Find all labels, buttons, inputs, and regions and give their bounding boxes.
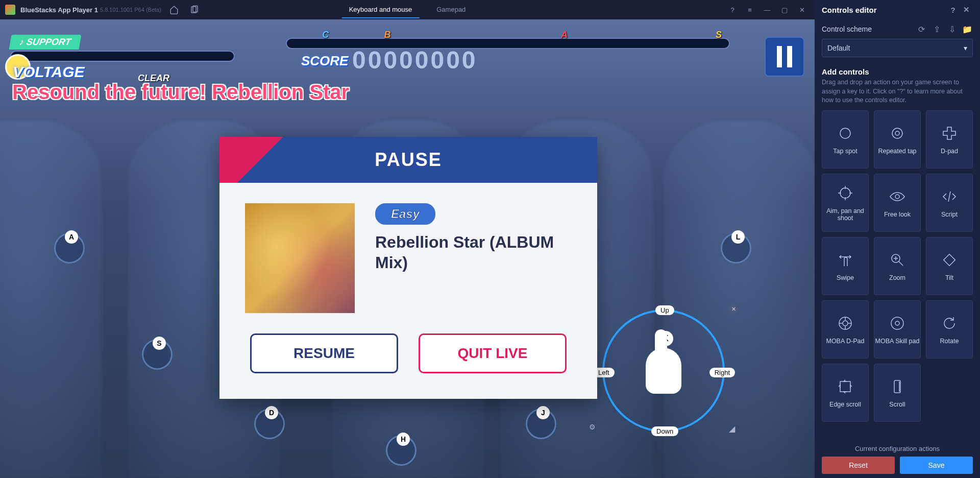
support-badge: ♪ SUPPORT bbox=[9, 35, 81, 50]
control-tilt[interactable]: Tilt bbox=[926, 237, 973, 295]
control-rotate[interactable]: Rotate bbox=[926, 300, 973, 358]
script-icon bbox=[940, 187, 959, 206]
close-button[interactable]: ✕ bbox=[794, 2, 810, 17]
control-label: Edge scroll bbox=[829, 401, 861, 408]
control-moba-skill-pad[interactable]: MOBA Skill pad bbox=[874, 300, 921, 358]
control-scroll[interactable]: Scroll bbox=[874, 364, 921, 422]
menu-icon[interactable]: ≡ bbox=[742, 2, 757, 17]
save-button[interactable]: Save bbox=[900, 457, 973, 474]
edge-scroll-icon bbox=[836, 377, 854, 396]
editor-title: Controls editor bbox=[822, 6, 877, 14]
tap-key-label: J bbox=[536, 406, 550, 419]
album-cover bbox=[245, 203, 355, 313]
tilt-icon bbox=[940, 251, 959, 269]
control-label: Scroll bbox=[889, 401, 905, 408]
control-label: Rotate bbox=[940, 338, 959, 345]
pause-button[interactable] bbox=[765, 37, 804, 77]
control-label: Swipe bbox=[837, 274, 854, 281]
add-controls-description: Drag and drop an action on your game scr… bbox=[815, 78, 980, 110]
rank-s-marker: S bbox=[716, 30, 722, 40]
control-free-look[interactable]: Free look bbox=[874, 174, 921, 232]
app-title: BlueStacks App Player 1 bbox=[20, 6, 98, 14]
swipe-icon bbox=[836, 251, 854, 269]
control-moba-dpad[interactable]: MOBA D-Pad bbox=[822, 300, 869, 358]
svg-line-14 bbox=[899, 261, 903, 266]
tap-key-label: H bbox=[397, 433, 410, 446]
character-art bbox=[0, 121, 102, 478]
scheme-select[interactable]: Default ▾ bbox=[822, 39, 973, 57]
voltage-label: VOLTAGE bbox=[13, 63, 85, 81]
scheme-open-folder-icon[interactable]: 📁 bbox=[962, 23, 973, 35]
svg-point-3 bbox=[892, 128, 902, 138]
add-controls-heading: Add controls bbox=[815, 62, 980, 78]
minimize-button[interactable]: — bbox=[760, 2, 775, 17]
control-label: Zoom bbox=[889, 274, 905, 281]
controls-palette: Tap spot Repeated tap D-pad Aim, pan and… bbox=[815, 110, 980, 422]
repeated-tap-icon bbox=[888, 124, 906, 142]
recent-apps-button[interactable] bbox=[187, 2, 202, 17]
bluestacks-logo-icon bbox=[5, 5, 15, 15]
zoom-icon bbox=[888, 251, 906, 269]
scheme-selected-value: Default bbox=[827, 44, 850, 52]
rotate-icon bbox=[940, 314, 959, 332]
svg-point-24 bbox=[891, 317, 903, 329]
tap-spot-control[interactable]: A bbox=[54, 233, 85, 264]
svg-point-10 bbox=[895, 195, 899, 199]
tap-spot-control[interactable]: L bbox=[721, 233, 751, 264]
tap-spot-control[interactable]: H bbox=[386, 435, 416, 466]
moba-skill-icon bbox=[888, 314, 906, 332]
home-button[interactable] bbox=[166, 2, 182, 17]
tab-gamepad[interactable]: Gamepad bbox=[429, 2, 473, 18]
svg-point-4 bbox=[895, 131, 899, 135]
scheme-export-icon[interactable]: ⇪ bbox=[931, 23, 942, 35]
tap-spot-control[interactable]: J bbox=[526, 409, 556, 439]
control-label: Free look bbox=[884, 211, 911, 218]
scheme-import-icon[interactable]: ⇩ bbox=[946, 23, 958, 35]
reset-button[interactable]: Reset bbox=[822, 457, 895, 474]
control-repeated-tap[interactable]: Repeated tap bbox=[874, 110, 921, 169]
moba-dpad-icon bbox=[836, 314, 854, 332]
help-icon[interactable]: ? bbox=[725, 2, 740, 17]
crosshair-icon bbox=[836, 184, 854, 202]
song-title-overlay: Resound the future! Rebellion Star bbox=[12, 81, 349, 104]
control-tap-spot[interactable]: Tap spot bbox=[822, 110, 869, 169]
scheme-refresh-icon[interactable]: ⟳ bbox=[916, 23, 927, 35]
control-swipe[interactable]: Swipe bbox=[822, 237, 869, 295]
scheme-label: Control scheme bbox=[822, 25, 912, 33]
input-mode-tabs: Keyboard and mouse Gamepad bbox=[342, 2, 473, 18]
eye-icon bbox=[888, 187, 906, 206]
swipe-dir-down[interactable]: Down bbox=[651, 426, 678, 436]
swipe-control[interactable]: ✕ ⚙ ◢ K ← → Up Down Left Right bbox=[602, 309, 725, 432]
swipe-dir-right[interactable]: Right bbox=[709, 368, 735, 377]
swipe-settings-icon[interactable]: ⚙ bbox=[589, 423, 598, 432]
quit-live-button[interactable]: QUIT LIVE bbox=[419, 333, 567, 373]
game-viewport: ♪ SUPPORT VOLTAGE CLEAR C B A S SCORE 00… bbox=[0, 19, 815, 478]
editor-help-icon[interactable]: ? bbox=[946, 3, 960, 16]
tap-key-label: D bbox=[265, 406, 278, 419]
control-aim-pan-shoot[interactable]: Aim, pan and shoot bbox=[822, 174, 869, 232]
control-dpad[interactable]: D-pad bbox=[926, 110, 973, 169]
control-label: Tilt bbox=[945, 274, 953, 281]
control-script[interactable]: Script bbox=[926, 174, 973, 232]
control-label: Tap spot bbox=[833, 148, 857, 155]
window-controls: ? ≡ — ▢ ✕ bbox=[725, 2, 815, 17]
tap-spot-control[interactable]: S bbox=[142, 339, 173, 370]
control-label: Aim, pan and shoot bbox=[822, 207, 868, 222]
tab-keyboard-mouse[interactable]: Keyboard and mouse bbox=[342, 2, 420, 18]
control-zoom[interactable]: Zoom bbox=[874, 237, 921, 295]
svg-point-19 bbox=[843, 321, 848, 326]
score-value: 00000000 bbox=[352, 46, 478, 74]
swipe-resize-handle[interactable]: ◢ bbox=[729, 424, 737, 432]
control-edge-scroll[interactable]: Edge scroll bbox=[822, 364, 869, 422]
voltage-hud: ♪ SUPPORT VOLTAGE CLEAR bbox=[10, 35, 235, 62]
swipe-close-button[interactable]: ✕ bbox=[729, 304, 738, 314]
svg-point-2 bbox=[840, 128, 850, 138]
resume-button[interactable]: RESUME bbox=[250, 333, 398, 373]
control-label: Script bbox=[941, 211, 958, 218]
tap-key-label: A bbox=[65, 230, 78, 244]
rank-c-marker: C bbox=[322, 30, 329, 40]
maximize-button[interactable]: ▢ bbox=[777, 2, 792, 17]
swipe-dir-up[interactable]: Up bbox=[655, 305, 674, 315]
tap-spot-control[interactable]: D bbox=[254, 409, 285, 439]
editor-close-button[interactable]: ✕ bbox=[960, 3, 973, 16]
